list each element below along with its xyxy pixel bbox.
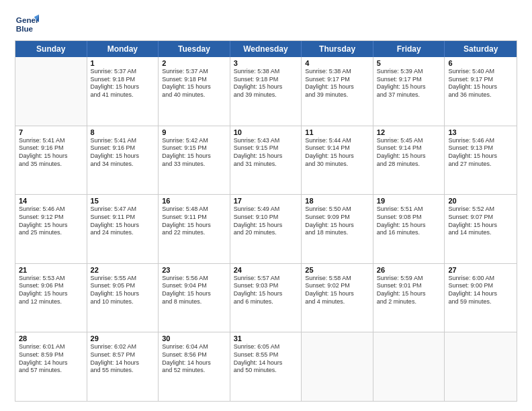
header-day-saturday: Saturday (445, 41, 517, 57)
cell-info-line: Sunset: 9:03 PM (234, 282, 298, 290)
cell-info-line: Sunrise: 5:45 AM (377, 137, 441, 145)
cell-info-line: Sunset: 9:18 PM (162, 76, 226, 84)
day-number: 13 (448, 128, 513, 136)
cell-info-line: Sunset: 9:01 PM (377, 282, 441, 290)
calendar-cell-10: 10Sunrise: 5:43 AMSunset: 9:15 PMDayligh… (230, 126, 302, 195)
cell-info-line: and 41 minutes. (91, 91, 155, 99)
cell-info-line: Sunset: 9:10 PM (234, 214, 298, 222)
cell-info-line: Sunset: 9:15 PM (234, 144, 298, 152)
calendar-cell-empty-w4-4 (302, 332, 373, 401)
cell-info-line: Daylight: 15 hours (448, 152, 513, 161)
cell-info-line: Daylight: 14 hours (91, 359, 155, 367)
calendar-cell-9: 9Sunrise: 5:42 AMSunset: 9:15 PMDaylight… (159, 126, 230, 195)
cell-info-line: Daylight: 15 hours (448, 222, 513, 230)
day-number: 17 (234, 197, 298, 205)
cell-info-line: Daylight: 14 hours (234, 359, 298, 367)
cell-info-line: and 35 minutes. (19, 161, 83, 169)
day-number: 3 (234, 59, 298, 67)
cell-info-line: and 55 minutes. (91, 367, 155, 375)
day-number: 24 (234, 266, 298, 274)
calendar-cell-12: 12Sunrise: 5:45 AMSunset: 9:14 PMDayligh… (373, 126, 445, 195)
cell-info-line: Daylight: 15 hours (162, 152, 226, 161)
cell-info-line: and 27 minutes. (448, 161, 513, 169)
cell-info-line: Sunset: 9:08 PM (377, 214, 441, 222)
cell-info-line: Daylight: 15 hours (91, 152, 155, 161)
cell-info-line: Sunrise: 5:52 AM (448, 205, 513, 214)
cell-info-line: Sunrise: 5:51 AM (377, 205, 441, 214)
cell-info-line: and 33 minutes. (162, 161, 226, 169)
cell-info-line: and 30 minutes. (305, 161, 369, 169)
day-number: 10 (234, 128, 298, 136)
day-number: 1 (91, 59, 155, 67)
cell-info-line: and 36 minutes. (448, 91, 513, 99)
cell-info-line: Daylight: 15 hours (377, 222, 441, 230)
cell-info-line: Sunrise: 5:48 AM (162, 205, 226, 214)
cell-info-line: Sunset: 8:59 PM (19, 351, 83, 359)
day-number: 29 (91, 334, 155, 342)
calendar-cell-30: 30Sunrise: 6:04 AMSunset: 8:56 PMDayligh… (159, 332, 230, 401)
cell-info-line: Sunset: 8:57 PM (91, 351, 155, 359)
cell-info-line: and 8 minutes. (162, 298, 226, 306)
calendar-cell-21: 21Sunrise: 5:53 AMSunset: 9:06 PMDayligh… (15, 264, 87, 332)
calendar-row-4: 21Sunrise: 5:53 AMSunset: 9:06 PMDayligh… (15, 264, 517, 333)
cell-info-line: Daylight: 15 hours (234, 83, 298, 91)
cell-info-line: Sunrise: 5:47 AM (91, 205, 155, 214)
calendar-cell-empty-w4-5 (373, 332, 445, 401)
cell-info-line: Sunset: 9:16 PM (19, 144, 83, 152)
cell-info-line: Sunset: 9:00 PM (448, 282, 513, 290)
cell-info-line: Sunrise: 6:02 AM (91, 343, 155, 351)
header-day-sunday: Sunday (15, 41, 87, 57)
cell-info-line: Sunrise: 6:00 AM (448, 275, 513, 283)
cell-info-line: Sunset: 9:17 PM (448, 76, 513, 84)
cell-info-line: and 25 minutes. (19, 229, 83, 237)
calendar-cell-4: 4Sunrise: 5:38 AMSunset: 9:17 PMDaylight… (302, 57, 373, 126)
calendar-cell-17: 17Sunrise: 5:49 AMSunset: 9:10 PMDayligh… (230, 195, 302, 263)
cell-info-line: Sunrise: 5:46 AM (19, 205, 83, 214)
calendar-cell-23: 23Sunrise: 5:56 AMSunset: 9:04 PMDayligh… (159, 264, 230, 332)
cell-info-line: Sunrise: 5:59 AM (377, 275, 441, 283)
page-header: General Blue (15, 12, 517, 36)
cell-info-line: Daylight: 15 hours (305, 83, 369, 91)
cell-info-line: Sunset: 9:18 PM (234, 76, 298, 84)
cell-info-line: Sunrise: 5:37 AM (162, 68, 226, 76)
calendar-cell-6: 6Sunrise: 5:40 AMSunset: 9:17 PMDaylight… (445, 57, 517, 126)
cell-info-line: and 39 minutes. (234, 91, 298, 99)
calendar-cell-2: 2Sunrise: 5:37 AMSunset: 9:18 PMDaylight… (159, 57, 230, 126)
cell-info-line: Sunset: 9:14 PM (377, 144, 441, 152)
cell-info-line: and 20 minutes. (234, 229, 298, 237)
day-number: 11 (305, 128, 369, 136)
calendar-body: 1Sunrise: 5:37 AMSunset: 9:18 PMDaylight… (15, 57, 517, 401)
calendar-cell-8: 8Sunrise: 5:41 AMSunset: 9:16 PMDaylight… (87, 126, 159, 195)
cell-info-line: Sunrise: 5:40 AM (448, 68, 513, 76)
day-number: 2 (162, 59, 226, 67)
cell-info-line: and 31 minutes. (234, 161, 298, 169)
cell-info-line: Daylight: 15 hours (19, 222, 83, 230)
cell-info-line: Sunrise: 5:49 AM (234, 205, 298, 214)
day-number: 8 (91, 128, 155, 136)
cell-info-line: Sunrise: 5:46 AM (448, 137, 513, 145)
cell-info-line: and 10 minutes. (91, 298, 155, 306)
day-number: 12 (377, 128, 441, 136)
cell-info-line: Sunset: 8:56 PM (162, 351, 226, 359)
cell-info-line: Daylight: 15 hours (305, 152, 369, 161)
cell-info-line: Sunset: 9:12 PM (19, 214, 83, 222)
calendar-cell-27: 27Sunrise: 6:00 AMSunset: 9:00 PMDayligh… (445, 264, 517, 332)
cell-info-line: and 34 minutes. (91, 161, 155, 169)
cell-info-line: Sunrise: 5:42 AM (162, 137, 226, 145)
calendar-cell-5: 5Sunrise: 5:39 AMSunset: 9:17 PMDaylight… (373, 57, 445, 126)
day-number: 22 (91, 266, 155, 274)
day-number: 27 (448, 266, 513, 274)
calendar-cell-1: 1Sunrise: 5:37 AMSunset: 9:18 PMDaylight… (87, 57, 159, 126)
cell-info-line: Sunrise: 5:38 AM (305, 68, 369, 76)
cell-info-line: Sunrise: 5:50 AM (305, 205, 369, 214)
cell-info-line: Daylight: 15 hours (162, 290, 226, 298)
cell-info-line: Sunrise: 5:38 AM (234, 68, 298, 76)
day-number: 18 (305, 197, 369, 205)
cell-info-line: Sunrise: 5:39 AM (377, 68, 441, 76)
cell-info-line: Daylight: 15 hours (234, 222, 298, 230)
cell-info-line: Daylight: 15 hours (377, 290, 441, 298)
calendar: SundayMondayTuesdayWednesdayThursdayFrid… (15, 40, 517, 402)
cell-info-line: Daylight: 15 hours (305, 290, 369, 298)
day-number: 20 (448, 197, 513, 205)
header-day-monday: Monday (87, 41, 159, 57)
